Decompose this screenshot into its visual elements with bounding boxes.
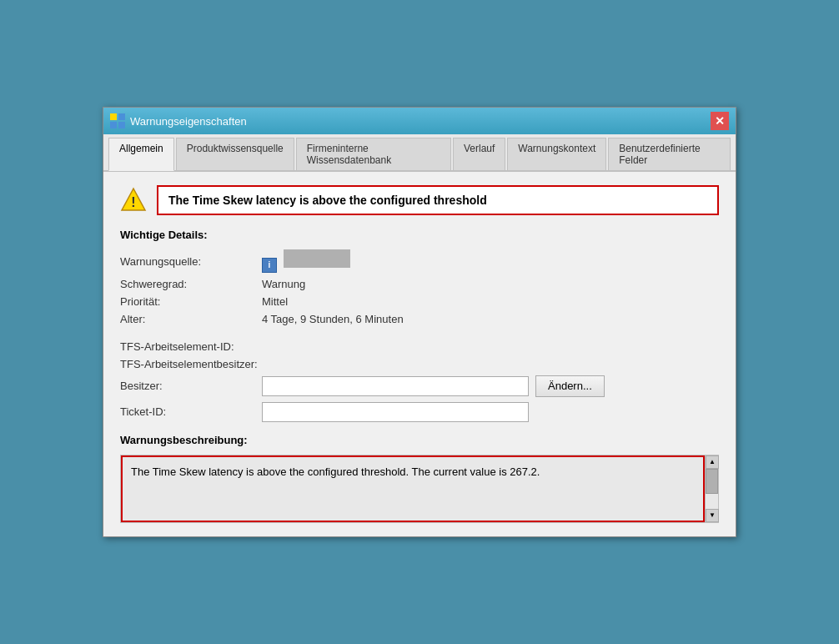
- tab-verlauf[interactable]: Verlauf: [453, 138, 505, 170]
- alert-box: ! The Time Skew latency is above the con…: [120, 185, 719, 215]
- age-row: Alter: 4 Tage, 9 Stunden, 6 Minuten: [120, 313, 719, 325]
- age-value: 4 Tage, 9 Stunden, 6 Minuten: [262, 313, 404, 325]
- owner-row: Besitzer: Ändern...: [120, 375, 719, 397]
- tab-content: ! The Time Skew latency is above the con…: [103, 172, 736, 536]
- tab-produktwissensquelle[interactable]: Produktwissensquelle: [176, 138, 294, 170]
- tab-firmeninterne[interactable]: Firmeninterne Wissensdatenbank: [296, 138, 451, 170]
- tab-allgemein[interactable]: Allgemein: [108, 138, 174, 171]
- svg-rect-1: [118, 113, 125, 120]
- owner-input[interactable]: [262, 376, 529, 396]
- scroll-thumb[interactable]: [706, 469, 718, 494]
- age-label: Alter:: [120, 313, 262, 325]
- window-app-icon: [110, 113, 125, 128]
- window-title: Warnungseigenschaften: [130, 115, 247, 128]
- priority-row: Priorität: Mittel: [120, 295, 719, 308]
- owner-label: Besitzer:: [120, 380, 262, 392]
- title-bar: Warnungseigenschaften ✕: [103, 108, 736, 134]
- ticket-input[interactable]: [262, 402, 529, 422]
- tab-warnungskontext[interactable]: Warnungskontext: [507, 138, 606, 170]
- source-icon: i: [262, 249, 350, 273]
- priority-value: Mittel: [262, 295, 288, 308]
- svg-rect-2: [110, 122, 117, 128]
- tab-bar: Allgemein Produktwissensquelle Firmenint…: [103, 134, 736, 172]
- scroll-track: [706, 469, 718, 509]
- description-box: The Time Skew latency is above the confi…: [120, 455, 719, 523]
- svg-text:!: !: [131, 195, 135, 209]
- details-title: Wichtige Details:: [120, 229, 719, 241]
- tfs-id-label: TFS-Arbeitselement-ID:: [120, 340, 262, 353]
- tab-benutzerdefinierte[interactable]: Benutzerdefinierte Felder: [608, 138, 731, 170]
- source-row: Warnungsquelle: i: [120, 249, 719, 273]
- svg-rect-3: [118, 122, 125, 128]
- ticket-row: Ticket-ID:: [120, 402, 719, 422]
- priority-label: Priorität:: [120, 295, 262, 308]
- scroll-up-button[interactable]: ▲: [706, 455, 719, 469]
- warning-icon: !: [120, 187, 147, 214]
- description-section: Warnungsbeschreibung: The Time Skew late…: [120, 434, 719, 523]
- severity-value: Warnung: [262, 278, 305, 290]
- alert-message: The Time Skew latency is above the confi…: [157, 185, 719, 215]
- tfs-owner-label: TFS-Arbeitselementbesitzer:: [120, 358, 262, 370]
- title-bar-left: Warnungseigenschaften: [110, 113, 247, 128]
- description-text: The Time Skew latency is above the confi…: [121, 455, 705, 522]
- ticket-label: Ticket-ID:: [120, 405, 262, 418]
- scroll-down-button[interactable]: ▼: [706, 509, 719, 522]
- tfs-owner-row: TFS-Arbeitselementbesitzer:: [120, 358, 719, 370]
- scrollbar[interactable]: ▲ ▼: [705, 455, 718, 522]
- severity-label: Schweregrad:: [120, 278, 262, 290]
- close-button[interactable]: ✕: [711, 112, 729, 130]
- severity-row: Schweregrad: Warnung: [120, 278, 719, 290]
- source-label: Warnungsquelle:: [120, 255, 262, 268]
- description-title: Warnungsbeschreibung:: [120, 434, 719, 446]
- svg-rect-0: [110, 113, 117, 120]
- main-window: Warnungseigenschaften ✕ Allgemein Produk…: [103, 107, 736, 537]
- tfs-id-row: TFS-Arbeitselement-ID:: [120, 340, 719, 353]
- change-button[interactable]: Ändern...: [535, 375, 605, 397]
- details-section: Wichtige Details: Warnungsquelle: i Schw…: [120, 229, 719, 422]
